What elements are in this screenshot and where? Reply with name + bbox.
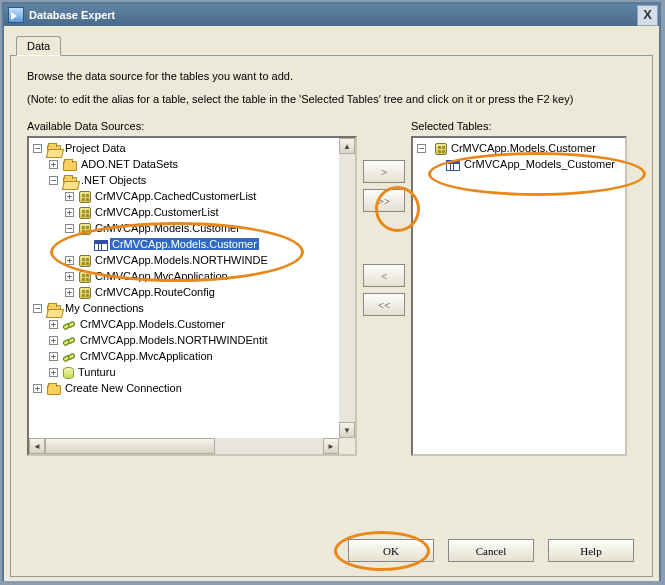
selected-tree[interactable]: − CrMVCApp.Models.Customer CrMVCApp_Mode…	[411, 136, 627, 456]
dialog-body: Data Browse the data source for the tabl…	[4, 26, 659, 581]
tree-node-class-expanded[interactable]: − CrMVCApp.Models.Customer	[31, 220, 355, 236]
available-label: Available Data Sources:	[27, 120, 357, 132]
window-title: Database Expert	[29, 9, 637, 21]
tree-node-table-selected[interactable]: CrMVCApp.Models.Customer	[31, 236, 355, 252]
tree-node-selected-root[interactable]: − CrMVCApp.Models.Customer	[415, 140, 625, 156]
scrollbar-vertical[interactable]: ▲ ▼	[339, 138, 355, 438]
tree-node-create-new[interactable]: + Create New Connection	[31, 380, 355, 396]
close-button[interactable]: X	[637, 5, 658, 26]
dialog-button-row: OK Cancel Help	[348, 539, 634, 562]
tree-node-net-objects[interactable]: − .NET Objects	[31, 172, 355, 188]
scroll-right-icon[interactable]: ►	[323, 438, 339, 454]
tree-node-class[interactable]: + CrMVCApp.MvcApplication	[31, 268, 355, 284]
scroll-down-icon[interactable]: ▼	[339, 422, 355, 438]
scrollbar-corner	[339, 438, 355, 454]
dialog-window: Database Expert X Data Browse the data s…	[2, 2, 661, 581]
tree-node-connection[interactable]: + CrMVCApp.MvcApplication	[31, 348, 355, 364]
scroll-thumb[interactable]	[45, 438, 215, 454]
transfer-buttons: > >> < <<	[357, 120, 411, 456]
cancel-button[interactable]: Cancel	[448, 539, 534, 562]
note-text: (Note: to edit the alias for a table, se…	[27, 92, 636, 106]
scroll-left-icon[interactable]: ◄	[29, 438, 45, 454]
tree-node-project-data[interactable]: − Project Data	[31, 140, 355, 156]
add-button[interactable]: >	[363, 160, 405, 183]
tree-node-connection[interactable]: + CrMVCApp.Models.NORTHWINDEntit	[31, 332, 355, 348]
tree-node-selected-table[interactable]: CrMVCApp_Models_Customer	[415, 156, 625, 172]
tree-node-class[interactable]: + CrMVCApp.CustomerList	[31, 204, 355, 220]
tree-node-my-connections[interactable]: − My Connections	[31, 300, 355, 316]
tabstrip: Data	[10, 32, 653, 55]
tab-data[interactable]: Data	[16, 36, 61, 56]
tree-node-ado-net[interactable]: + ADO.NET DataSets	[31, 156, 355, 172]
selected-label: Selected Tables:	[411, 120, 627, 132]
intro-text: Browse the data source for the tables yo…	[27, 70, 636, 82]
remove-all-button[interactable]: <<	[363, 293, 405, 316]
tree-node-connection[interactable]: + CrMVCApp.Models.Customer	[31, 316, 355, 332]
available-tree[interactable]: − Project Data + ADO.NET DataSets − .NET…	[27, 136, 357, 456]
tree-node-class[interactable]: + CrMVCApp.RouteConfig	[31, 284, 355, 300]
add-all-button[interactable]: >>	[363, 189, 405, 212]
titlebar[interactable]: Database Expert X	[4, 4, 659, 26]
tree-node-class[interactable]: + CrMVCApp.CachedCustomerList	[31, 188, 355, 204]
app-icon	[8, 7, 24, 23]
help-button[interactable]: Help	[548, 539, 634, 562]
tree-node-class[interactable]: + CrMVCApp.Models.NORTHWINDE	[31, 252, 355, 268]
available-sources-column: Available Data Sources: − Project Data +…	[27, 120, 357, 456]
tree-node-connection[interactable]: + Tunturu	[31, 364, 355, 380]
scroll-up-icon[interactable]: ▲	[339, 138, 355, 154]
tab-panel: Browse the data source for the tables yo…	[10, 55, 653, 577]
remove-button[interactable]: <	[363, 264, 405, 287]
scrollbar-horizontal[interactable]: ◄ ►	[29, 438, 339, 454]
ok-button[interactable]: OK	[348, 539, 434, 562]
selected-tables-column: Selected Tables: − CrMVCApp.Models.Custo…	[411, 120, 627, 456]
